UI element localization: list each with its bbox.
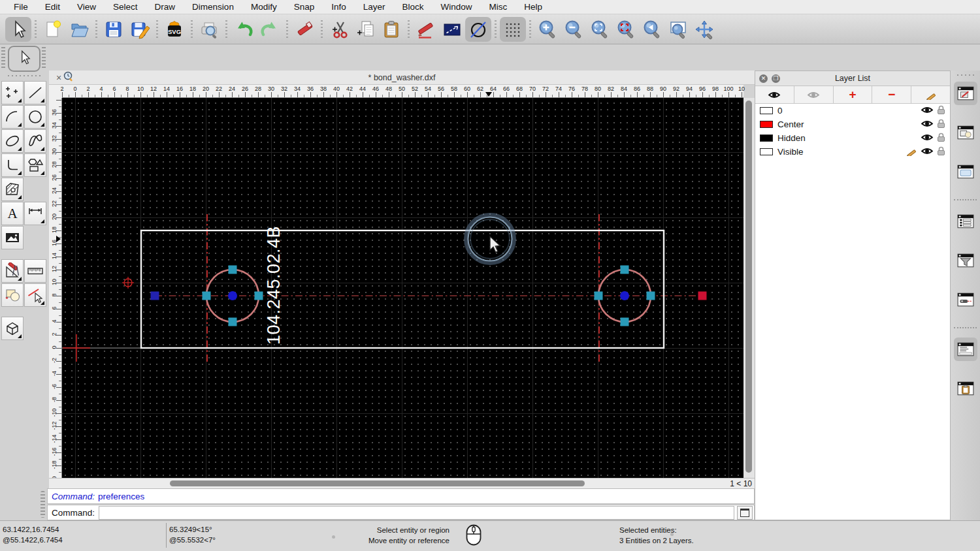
layer-lock-toggle[interactable] (937, 119, 945, 131)
attributes-button[interactable] (413, 17, 439, 42)
tool-ellipse[interactable] (1, 129, 24, 153)
tool-modify[interactable] (1, 259, 24, 283)
layer-lock-toggle[interactable] (937, 146, 945, 158)
layer-add-button[interactable]: + (834, 86, 873, 103)
menu-help[interactable]: Help (515, 2, 551, 12)
command-detach-button[interactable] (737, 506, 753, 520)
zoom-selected-button[interactable] (613, 17, 639, 42)
command-input[interactable] (99, 506, 734, 520)
menu-select[interactable]: Select (105, 2, 146, 12)
save-as-button[interactable] (127, 17, 153, 42)
selection-handle[interactable] (229, 318, 237, 326)
layers-show-all-button[interactable] (755, 86, 794, 103)
layer-row-visible[interactable]: Visible (755, 145, 950, 159)
layer-visibility-toggle[interactable] (921, 146, 934, 158)
menu-draw[interactable]: Draw (146, 2, 184, 12)
layer-row-center[interactable]: Center (755, 118, 950, 131)
dock-clipboard-button[interactable] (954, 377, 977, 400)
pointer-tool-button[interactable] (8, 46, 41, 72)
menu-snap[interactable]: Snap (286, 2, 323, 12)
tool-line[interactable] (24, 81, 46, 104)
selection-handle[interactable] (621, 318, 629, 326)
menu-edit[interactable]: Edit (37, 2, 69, 12)
tool-deselect[interactable] (24, 283, 46, 307)
selection-handle[interactable] (255, 292, 263, 300)
tool-image[interactable] (1, 226, 24, 249)
copy-button[interactable] (352, 17, 378, 42)
drawing-area[interactable]: 104.245.02.4B (62, 98, 743, 478)
sub-toolbar-handle-2[interactable] (42, 47, 46, 68)
horizontal-scroll-thumb[interactable] (170, 480, 585, 486)
dock-entity-list-button[interactable] (954, 210, 977, 233)
dock-layer-list-button[interactable] (954, 82, 977, 105)
save-button[interactable] (101, 17, 127, 42)
tool-spline[interactable] (24, 129, 46, 153)
tool-polygon[interactable] (24, 153, 46, 177)
menu-misc[interactable]: Misc (481, 2, 516, 12)
circle-center-point[interactable] (620, 291, 629, 300)
menu-window[interactable]: Window (433, 2, 481, 12)
dock-block-list-button[interactable] (954, 121, 977, 144)
dock-selection-filter-button[interactable] (954, 249, 977, 272)
tool-hatch[interactable] (1, 178, 24, 201)
print-preview-button[interactable] (196, 17, 222, 42)
line-attributes-button[interactable] (439, 17, 465, 42)
command-dock-handle[interactable] (41, 491, 45, 518)
layers-hide-all-button[interactable] (794, 86, 834, 103)
layer-visibility-toggle[interactable] (921, 119, 934, 131)
cut-button[interactable] (326, 17, 352, 42)
horizontal-scrollbar[interactable]: 1 < 10 (49, 478, 755, 488)
vertical-scrollbar[interactable] (743, 98, 755, 478)
sub-toolbar-handle[interactable] (1, 47, 5, 68)
zoom-out-button[interactable] (561, 17, 587, 42)
tool-text[interactable]: A (1, 202, 24, 225)
layer-visibility-toggle[interactable] (921, 133, 934, 144)
svg-export-button[interactable]: SVG (161, 17, 188, 42)
open-file-button[interactable] (66, 17, 92, 42)
draw-order-button[interactable] (465, 17, 491, 42)
selection-handle[interactable] (151, 292, 159, 300)
menu-block[interactable]: Block (394, 2, 433, 12)
selection-handle[interactable] (203, 292, 211, 300)
delete-button[interactable] (291, 17, 318, 42)
zoom-auto-button[interactable] (587, 17, 613, 42)
tool-arc[interactable] (1, 105, 24, 129)
selection-handle[interactable] (229, 266, 237, 274)
tool-dimension[interactable] (24, 202, 46, 225)
snap-grid-button[interactable] (500, 17, 526, 42)
vertical-scroll-thumb[interactable] (745, 101, 752, 473)
zoom-previous-button[interactable] (639, 17, 665, 42)
undo-button[interactable] (231, 17, 257, 42)
circle-center-point[interactable] (228, 291, 237, 300)
zoom-window-button[interactable] (665, 17, 691, 42)
selection-handle[interactable] (595, 292, 603, 300)
menu-file[interactable]: File (5, 2, 37, 12)
tool-circle[interactable] (24, 105, 46, 129)
layer-edit-button[interactable] (911, 86, 950, 103)
dock-library-browser-button[interactable] (954, 160, 977, 183)
tool-3d[interactable] (1, 317, 24, 340)
dock-bar-handle[interactable] (956, 74, 975, 76)
dock-command-line-button[interactable] (954, 338, 977, 361)
layer-visibility-toggle[interactable] (921, 105, 934, 117)
tool-info[interactable] (1, 283, 24, 307)
drawing-canvas[interactable]: 104.245.02.4B (62, 98, 743, 478)
layer-row-0[interactable]: 0 (755, 104, 950, 118)
layer-row-hidden[interactable]: Hidden (755, 131, 950, 145)
part-number-label[interactable]: 104.245.02.4B (264, 226, 284, 345)
layer-lock-toggle[interactable] (937, 105, 945, 117)
paste-button[interactable] (378, 17, 404, 42)
new-file-button[interactable] (40, 17, 66, 42)
selection-handle[interactable] (647, 292, 655, 300)
tool-points[interactable] (1, 81, 24, 104)
selection-handle[interactable] (698, 292, 707, 300)
menu-dimension[interactable]: Dimension (184, 2, 242, 12)
tool-measure[interactable] (24, 259, 46, 283)
select-pointer-button[interactable] (5, 17, 31, 42)
zoom-in-button[interactable] (534, 17, 561, 42)
menu-modify[interactable]: Modify (242, 2, 286, 12)
dock-pen-palette-button[interactable] (954, 288, 977, 311)
redo-button[interactable] (257, 17, 283, 42)
zoom-pan-button[interactable] (691, 17, 717, 42)
selection-handle[interactable] (621, 266, 629, 274)
